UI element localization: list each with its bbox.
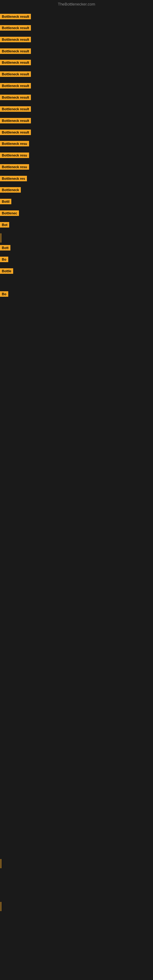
bottleneck-badge-7: Bottleneck result [0, 95, 31, 101]
bottleneck-badge-9: Bottleneck result [0, 118, 31, 125]
badge-label-9: Bottleneck result [0, 118, 31, 123]
badge-label-0: Bottleneck result [0, 14, 31, 19]
bottleneck-badge-15: Bottleneck [0, 187, 21, 194]
badge-label-24: Bo [0, 291, 8, 297]
badge-label-21: Bo [0, 257, 8, 262]
badge-label-16: Bottl [0, 199, 11, 204]
badge-label-1: Bottleneck result [0, 25, 31, 30]
bottleneck-badge-13: Bottleneck resu [0, 164, 29, 171]
badge-label-11: Bottleneck resu [0, 141, 29, 146]
vertical-line-0 [1, 233, 1, 243]
bottleneck-badge-20: Bott [0, 245, 10, 252]
bottleneck-badge-17: Bottlenec [0, 210, 19, 217]
badge-label-10: Bottleneck result [0, 130, 31, 135]
bottleneck-badge-11: Bottleneck resu [0, 141, 29, 148]
bottleneck-badge-14: Bottleneck res [0, 176, 27, 183]
bottleneck-badge-6: Bottleneck result [0, 83, 31, 90]
vertical-line-2 [1, 902, 1, 911]
badge-label-8: Bottleneck result [0, 106, 31, 112]
badge-label-3: Bottleneck result [0, 48, 31, 54]
bottleneck-badge-1: Bottleneck result [0, 25, 31, 32]
badge-label-17: Bottlenec [0, 210, 19, 216]
badge-label-6: Bottleneck result [0, 83, 31, 89]
badge-label-12: Bottleneck resu [0, 153, 29, 158]
bottleneck-badge-22: Bottle [0, 268, 13, 275]
badge-label-14: Bottleneck res [0, 176, 27, 181]
badge-label-13: Bottleneck resu [0, 164, 29, 170]
badge-label-22: Bottle [0, 268, 13, 274]
vertical-line-1 [1, 859, 1, 868]
bottleneck-badge-21: Bo [0, 257, 8, 263]
bottleneck-badge-18: Bot [0, 222, 9, 229]
site-title: TheBottlenecker.com [0, 0, 153, 8]
bottleneck-badge-0: Bottleneck result [0, 14, 31, 21]
badge-label-20: Bott [0, 245, 10, 250]
badge-label-2: Bottleneck result [0, 37, 31, 42]
bottleneck-badge-5: Bottleneck result [0, 72, 31, 78]
bottleneck-badge-10: Bottleneck result [0, 130, 31, 136]
badge-label-4: Bottleneck result [0, 60, 31, 65]
badge-label-15: Bottleneck [0, 187, 21, 192]
bottleneck-badge-2: Bottleneck result [0, 37, 31, 43]
badge-label-18: Bot [0, 222, 9, 228]
bottleneck-badge-24: Bo [0, 291, 8, 298]
bottleneck-badge-16: Bottl [0, 199, 11, 205]
bottleneck-badge-3: Bottleneck result [0, 48, 31, 55]
bottleneck-badge-8: Bottleneck result [0, 106, 31, 113]
bottleneck-badge-4: Bottleneck result [0, 60, 31, 67]
badge-label-7: Bottleneck result [0, 95, 31, 100]
bottleneck-badge-12: Bottleneck resu [0, 153, 29, 159]
badge-label-5: Bottleneck result [0, 72, 31, 77]
